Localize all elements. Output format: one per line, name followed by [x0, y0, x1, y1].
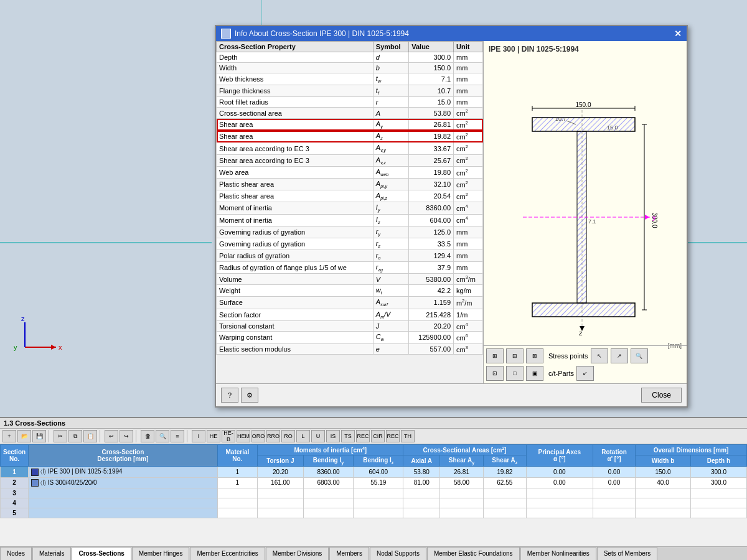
table-row[interactable]: 2 〈I〉 IS 300/40/25/20/0 1 161.00 6803.00…: [1, 477, 747, 488]
prop-unit: mm: [454, 97, 483, 108]
col-material-header: MaterialNo.: [217, 445, 258, 467]
stress-point-btn4[interactable]: ↖: [591, 348, 608, 363]
cross-section-diagram-area: IPE 300 | DIN 1025-5:1994: [484, 41, 687, 383]
tab-member-elastic-foundations[interactable]: Member Elastic Foundations: [427, 547, 520, 561]
prop-name: Governing radius of gyration: [217, 238, 374, 250]
dialog-bottom-bar: ? ⚙ Close: [216, 383, 687, 406]
row-material: [217, 508, 258, 518]
tb-btn9[interactable]: U: [311, 430, 325, 442]
tb-cut[interactable]: ✂: [54, 430, 67, 442]
prop-unit: cm2: [454, 154, 483, 166]
stress-point-btn2[interactable]: ⊟: [506, 348, 524, 363]
tb-btn7[interactable]: RO: [281, 430, 295, 442]
stress-point-btn5[interactable]: ↗: [611, 348, 628, 363]
prop-value: 26.81: [409, 119, 454, 131]
prop-value: 8360.00: [409, 202, 454, 214]
tb-btn13[interactable]: CIR: [371, 430, 385, 442]
tab-materials[interactable]: Materials: [32, 547, 72, 561]
stress-points-controls: ⊞ ⊟ ⊠ Stress points ↖ ↗ 🔍 ⊡ □ ▣ c/t-Part…: [486, 348, 648, 381]
tb-redo[interactable]: ↪: [120, 430, 133, 442]
row-width: [636, 488, 691, 498]
tab-cross-sections[interactable]: Cross-Sections: [72, 547, 131, 561]
tb-paste[interactable]: 📋: [83, 430, 97, 442]
prop-value: 7.1: [409, 73, 454, 85]
prop-symbol: rz: [373, 238, 408, 250]
data-grid: SectionNo. Cross-SectionDescription [mm]…: [0, 444, 747, 518]
stress-point-btn3[interactable]: ⊠: [526, 348, 543, 363]
ct-parts-label: c/t-Parts: [548, 370, 574, 377]
tab-sets-of-members[interactable]: Sets of Members: [597, 547, 658, 561]
tab-members[interactable]: Members: [329, 547, 369, 561]
table-row[interactable]: 1 〈I〉 IPE 300 | DIN 1025-5:1994 1 20.20 …: [1, 467, 747, 477]
row-alpha-prime: [593, 498, 635, 508]
tab-member-divisions[interactable]: Member Divisions: [266, 547, 329, 561]
tab-member-nonlinearities[interactable]: Member Nonlinearities: [520, 547, 596, 561]
tb-btn11[interactable]: TS: [341, 430, 355, 442]
tb-btn8[interactable]: L: [296, 430, 310, 442]
tb-btn4[interactable]: HEM: [237, 430, 250, 442]
table-row[interactable]: 4: [1, 498, 747, 508]
ct-btn2[interactable]: □: [506, 366, 524, 381]
tb-btn1[interactable]: I: [192, 430, 205, 442]
tb-search[interactable]: 🔍: [156, 430, 169, 442]
tb-btn12[interactable]: REC: [356, 430, 370, 442]
tab-member-hinges[interactable]: Member Hinges: [132, 547, 190, 561]
action-btn-2[interactable]: ⚙: [241, 388, 258, 403]
prop-unit: cm3/m: [454, 274, 483, 285]
tb-btn14[interactable]: REC: [386, 430, 400, 442]
stress-point-btn6[interactable]: 🔍: [631, 348, 648, 363]
diagram-container: 150.0 300.0 10.7 7.1 15.0: [484, 57, 687, 383]
action-btn-1[interactable]: ?: [221, 388, 238, 403]
stress-point-btn1[interactable]: ⊞: [486, 348, 504, 363]
close-dialog-button[interactable]: Close: [641, 388, 682, 403]
col-description-header: Cross-SectionDescription [mm]: [29, 445, 217, 467]
ct-btn1[interactable]: ⊡: [486, 366, 504, 381]
prop-unit: cm6: [454, 332, 483, 343]
tb-open[interactable]: 📂: [17, 430, 31, 442]
row-alpha: 0.00: [526, 467, 593, 477]
tb-undo[interactable]: ↩: [105, 430, 118, 442]
prop-symbol: V: [373, 274, 408, 285]
tb-btn5[interactable]: ORO: [251, 430, 265, 442]
row-axial: [403, 508, 440, 518]
tb-del[interactable]: 🗑: [141, 430, 154, 442]
row-material: 1: [217, 467, 258, 477]
prop-unit: cm3: [454, 343, 483, 355]
tab-nodal-supports[interactable]: Nodal Supports: [370, 547, 426, 561]
dialog-close-button[interactable]: ✕: [674, 29, 682, 38]
col-bending-iz-header: Bending Iz: [354, 455, 403, 467]
row-alpha: [526, 508, 593, 518]
tb-filter[interactable]: ≡: [171, 430, 184, 442]
prop-symbol: Ay: [373, 119, 408, 131]
tb-btn10[interactable]: IS: [326, 430, 340, 442]
row-no: 2: [1, 477, 29, 488]
tb-new[interactable]: +: [2, 430, 16, 442]
prop-name: Shear area: [217, 131, 374, 142]
tb-btn6[interactable]: RRO: [266, 430, 280, 442]
table-scroll[interactable]: Cross-Section Property Symbol Value Unit…: [216, 41, 483, 383]
tb-btn15[interactable]: TH: [401, 430, 415, 442]
tab-nodes[interactable]: Nodes: [0, 547, 32, 561]
row-bending-iy: [303, 508, 354, 518]
tb-btn3[interactable]: HE-B: [222, 430, 235, 442]
tab-member-eccentricities[interactable]: Member Eccentricities: [190, 547, 265, 561]
svg-text:7.1: 7.1: [588, 218, 596, 225]
dialog-title-left: Info About Cross-Section IPE 300 | DIN 1…: [221, 29, 409, 39]
ct-btn3[interactable]: ▣: [526, 366, 543, 381]
row-axial: [403, 488, 440, 498]
tb-copy[interactable]: ⧉: [68, 430, 82, 442]
prop-name: Depth: [217, 52, 374, 63]
row-depth: [690, 498, 746, 508]
prop-name: Surface: [217, 297, 374, 309]
ct-parts-row: ⊡ □ ▣ c/t-Parts ↙: [486, 366, 648, 381]
table-row[interactable]: 3: [1, 488, 747, 498]
tb-save[interactable]: 💾: [32, 430, 46, 442]
cross-sections-table[interactable]: SectionNo. Cross-SectionDescription [mm]…: [0, 444, 747, 547]
prop-value: 20.54: [409, 190, 454, 202]
table-row[interactable]: 5: [1, 508, 747, 518]
tb-btn2[interactable]: HE: [207, 430, 220, 442]
prop-symbol: Cw: [373, 332, 408, 343]
ct-btn4[interactable]: ↙: [576, 366, 594, 381]
row-width: 150.0: [636, 467, 691, 477]
row-bending-iz: 604.00: [354, 467, 403, 477]
